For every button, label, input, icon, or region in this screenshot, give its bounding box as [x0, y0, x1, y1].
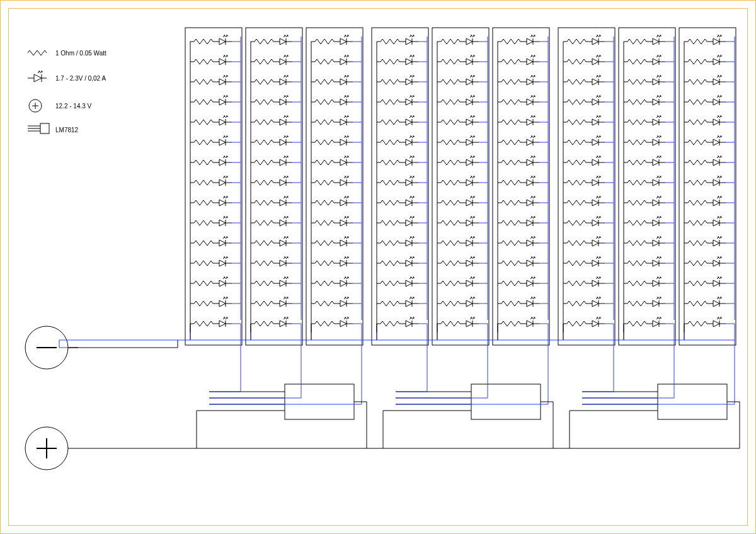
svg-rect-7	[246, 28, 302, 345]
resistor-led-cell	[624, 96, 665, 105]
svg-rect-13	[619, 28, 675, 345]
resistor-led-cell	[563, 317, 605, 327]
resistor-led-cell	[437, 156, 479, 166]
svg-text:1 Ohm / 0.05 Watt: 1 Ohm / 0.05 Watt	[55, 50, 106, 57]
resistor-led-cell	[563, 217, 605, 226]
resistor-led-cell	[251, 96, 292, 105]
resistor-led-cell	[311, 297, 353, 307]
resistor-led-cell	[624, 196, 665, 206]
svg-text:1.7 - 2.3V / 0,02 A: 1.7 - 2.3V / 0,02 A	[55, 75, 106, 82]
resistor-led-cell	[684, 217, 726, 226]
resistor-led-cell	[311, 317, 353, 327]
resistor-led-cell	[251, 136, 292, 145]
resistor-led-cell	[377, 237, 418, 246]
resistor-led-cell	[498, 35, 539, 45]
resistor-led-cell	[437, 297, 479, 307]
resistor-led-cell	[684, 237, 726, 246]
resistor-led-cell	[311, 156, 353, 166]
resistor-led-cell	[684, 196, 726, 206]
resistor-led-cell	[563, 76, 605, 85]
resistor-led-cell	[190, 257, 232, 266]
resistor-led-cell	[498, 176, 539, 186]
resistor-led-cell	[624, 317, 665, 327]
resistor-led-cell	[437, 116, 479, 125]
resistor-led-cell	[190, 237, 232, 246]
resistor-led-cell	[190, 196, 232, 206]
resistor-led-cell	[377, 96, 418, 105]
resistor-led-cell	[437, 55, 479, 65]
svg-rect-17	[285, 384, 354, 419]
resistor-led-cell	[624, 176, 665, 186]
resistor-led-cell	[311, 96, 353, 105]
resistor-led-cell	[437, 35, 479, 45]
resistor-led-cell	[190, 96, 232, 105]
resistor-led-cell	[190, 317, 232, 327]
resistor-led-cell	[624, 217, 665, 226]
resistor-led-cell	[311, 55, 353, 65]
resistor-led-cell	[684, 317, 726, 327]
resistor-led-cell	[563, 237, 605, 246]
resistor-led-cell	[311, 196, 353, 206]
resistor-led-cell	[377, 176, 418, 186]
resistor-led-cell	[498, 136, 539, 145]
resistor-led-cell	[684, 35, 726, 45]
svg-rect-4	[40, 123, 49, 134]
resistor-led-cell	[684, 156, 726, 166]
resistor-led-cell	[251, 116, 292, 125]
resistor-led-cell	[498, 217, 539, 226]
resistor-led-cell	[311, 277, 353, 287]
resistor-led-cell	[377, 156, 418, 166]
resistor-led-cell	[190, 116, 232, 125]
resistor-led-cell	[498, 196, 539, 206]
resistor-led-cell	[311, 176, 353, 186]
resistor-led-cell	[377, 35, 418, 45]
resistor-led-cell	[563, 116, 605, 125]
resistor-led-cell	[251, 35, 292, 45]
resistor-led-cell	[437, 176, 479, 186]
resistor-led-cell	[377, 317, 418, 327]
resistor-led-cell	[190, 217, 232, 226]
resistor-led-cell	[624, 277, 665, 287]
resistor-led-cell	[251, 297, 292, 307]
resistor-led-cell	[563, 35, 605, 45]
resistor-led-cell	[311, 136, 353, 145]
resistor-led-cell	[624, 257, 665, 266]
resistor-led-cell	[624, 35, 665, 45]
resistor-led-cell	[624, 136, 665, 145]
svg-rect-14	[679, 28, 736, 345]
svg-rect-12	[558, 28, 615, 345]
resistor-led-cell	[498, 237, 539, 246]
svg-rect-11	[493, 28, 549, 345]
resistor-led-cell	[498, 297, 539, 307]
resistor-led-cell	[498, 55, 539, 65]
resistor-led-cell	[563, 96, 605, 105]
svg-text:12.2 - 14.3 V: 12.2 - 14.3 V	[55, 103, 92, 110]
resistor-led-cell	[311, 76, 353, 85]
resistor-led-cell	[437, 136, 479, 145]
resistor-led-cell	[684, 96, 726, 105]
resistor-led-cell	[498, 156, 539, 166]
resistor-led-cell	[311, 237, 353, 246]
resistor-led-cell	[437, 217, 479, 226]
resistor-led-cell	[377, 297, 418, 307]
resistor-led-cell	[563, 136, 605, 145]
resistor-led-cell	[437, 257, 479, 266]
legend: 1 Ohm / 0.05 Watt1.7 - 2.3V / 0,02 A12.2…	[28, 50, 106, 134]
resistor-led-cell	[684, 76, 726, 85]
resistor-led-cell	[437, 237, 479, 246]
resistor-led-cell	[684, 277, 726, 287]
resistor-led-cell	[684, 176, 726, 186]
resistor-led-cell	[311, 35, 353, 45]
resistor-led-cell	[624, 55, 665, 65]
resistor-led-cell	[624, 297, 665, 307]
svg-rect-18	[471, 384, 541, 419]
resistor-led-cell	[684, 136, 726, 145]
resistor-led-cell	[684, 116, 726, 125]
svg-rect-10	[432, 28, 489, 345]
resistor-led-cell	[498, 76, 539, 85]
svg-rect-6	[185, 28, 242, 345]
resistor-led-cell	[498, 96, 539, 105]
resistor-led-cell	[251, 277, 292, 287]
resistor-led-cell	[251, 176, 292, 186]
resistor-led-cell	[563, 277, 605, 287]
